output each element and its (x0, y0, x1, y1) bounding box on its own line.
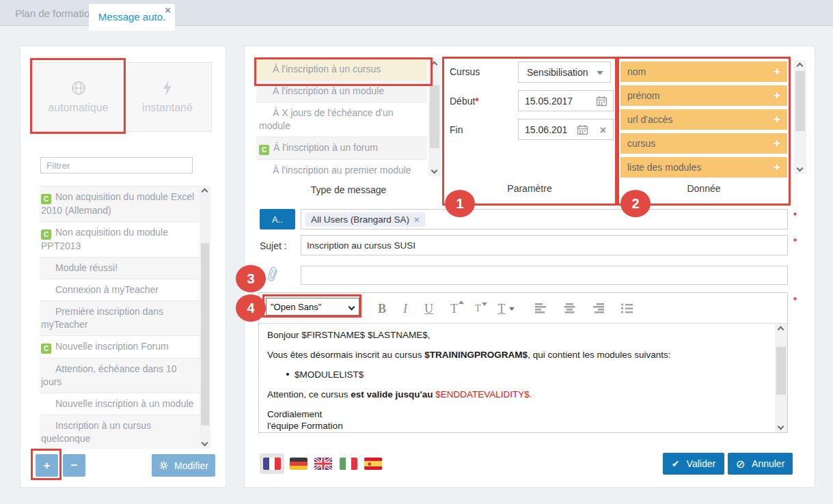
scroll-down-icon[interactable] (202, 440, 208, 447)
modify-button[interactable]: Modifier (152, 454, 215, 477)
subject-input[interactable] (305, 236, 783, 255)
data-field-nom[interactable]: nom+ (620, 61, 787, 82)
message-item-inscription-cursus-quelconque[interactable]: Inscription à un cursus quelconque (40, 415, 200, 449)
body-paragraph: Vous êtes désormais inscrit au cursus $T… (267, 349, 769, 361)
c-badge: C (41, 344, 51, 354)
recipients-button[interactable]: A.. (260, 209, 295, 229)
tab-message-auto[interactable]: Message auto. × (89, 4, 175, 31)
font-size-increase-button[interactable]: T (450, 303, 458, 315)
data-field-liste-des-modules[interactable]: liste des modules+ (620, 157, 787, 178)
clear-date-icon[interactable]: × (600, 125, 606, 136)
type-item-inscription-module[interactable]: À l'inscription à un module (256, 81, 427, 102)
cursus-select[interactable]: Sensibilisation (518, 61, 611, 83)
flag-germany-icon[interactable] (290, 458, 308, 470)
tab-label: Message auto. (89, 11, 175, 23)
flag-uk-icon[interactable] (314, 458, 332, 470)
scroll-up-icon[interactable] (797, 63, 804, 70)
message-list-scrollbar[interactable] (200, 186, 210, 449)
end-date-input[interactable]: 15.06.201 × (518, 119, 614, 140)
annotation-circle-1: 1 (445, 190, 475, 217)
calendar-icon[interactable] (577, 124, 588, 135)
add-data-icon: + (774, 137, 780, 150)
data-field-cursus[interactable]: cursus+ (620, 133, 787, 154)
caret-down-icon (482, 303, 487, 306)
scroll-up-icon[interactable] (431, 61, 438, 68)
flag-france-icon (263, 458, 281, 470)
validate-button[interactable]: ✔ Valider (663, 453, 724, 475)
annotation-circle-4: 4 (236, 294, 266, 322)
message-item-module-reussi[interactable]: Module réussi! (40, 257, 200, 279)
data-field-prenom[interactable]: prénom+ (620, 85, 787, 106)
recipients-field[interactable]: All Users (Brangard SA) × (301, 209, 788, 229)
tab-plan-de-formation[interactable]: Plan de formation (10, 0, 101, 26)
bullet-list-icon[interactable] (621, 303, 633, 313)
annotation-box-parametre: Cursus Sensibilisation Début* 15.05.2017… (442, 57, 617, 206)
editor-body[interactable]: Bonjour $FIRSTNAME$ $LASTNAME$, Vous ête… (259, 324, 787, 432)
scrollbar-thumb[interactable] (430, 85, 439, 148)
message-item-non-acquisition-excel[interactable]: CNon acquisition du module Excel 2010 (A… (40, 186, 200, 222)
data-field-url-dacces[interactable]: url d'accès+ (620, 109, 787, 130)
start-date-label: Début* (450, 96, 479, 107)
scroll-up-icon[interactable] (778, 326, 784, 333)
scroll-down-icon[interactable] (778, 423, 784, 430)
message-item-echeance-10-jours[interactable]: Attention, échéance dans 10 jours (40, 359, 200, 393)
type-item-inscription-cursus[interactable]: À l'inscription à un cursus (256, 59, 427, 81)
mode-label: automatique (48, 102, 108, 114)
start-date-input[interactable]: 15.05.2017 (518, 90, 614, 111)
caret-up-icon (459, 300, 464, 304)
cancel-button[interactable]: ⊘ Annuler (728, 453, 793, 475)
calendar-icon[interactable] (596, 96, 607, 107)
rich-text-editor: "Open Sans" B I U T T T (258, 292, 788, 433)
automatique-mode-button[interactable]: automatique (33, 62, 124, 132)
type-list-scrollbar[interactable] (428, 59, 441, 176)
annotation-circle-2: 2 (620, 190, 651, 217)
align-center-icon[interactable] (564, 303, 575, 313)
font-family-select[interactable]: "Open Sans" (266, 298, 359, 316)
data-list-scrollbar[interactable] (794, 60, 806, 174)
scrollbar-thumb[interactable] (201, 243, 209, 425)
underline-button[interactable]: U (424, 303, 433, 315)
message-item-premiere-inscription[interactable]: Première inscription dans myTeacher (40, 301, 200, 336)
caret-down-icon (509, 307, 515, 311)
paperclip-icon[interactable] (262, 264, 283, 285)
language-french-selected[interactable] (260, 453, 284, 474)
font-size-decrease-button[interactable]: T (475, 304, 481, 313)
type-item-inscription-forum[interactable]: CÀ l'inscription à un forum (256, 137, 427, 160)
chevron-down-icon (597, 71, 603, 75)
message-item-nouvelle-inscription-module[interactable]: Nouvelle inscription à un module (40, 393, 200, 415)
gear-icon (159, 460, 169, 471)
remove-recipient-icon[interactable]: × (414, 214, 420, 225)
scroll-up-icon[interactable] (202, 188, 208, 195)
message-item-nouvelle-inscription-forum[interactable]: CNouvelle inscription Forum (40, 336, 200, 359)
lightning-icon (162, 80, 173, 96)
align-right-icon[interactable] (592, 303, 604, 313)
filter-input[interactable] (40, 157, 193, 173)
add-message-button[interactable]: + (36, 454, 58, 477)
message-item-connexion-myteacher[interactable]: Connexion à myTeacher (40, 279, 200, 301)
scrollbar-thumb[interactable] (776, 347, 786, 395)
type-item-x-jours-echeance[interactable]: À X jours de l'échéance d'un module (256, 102, 427, 137)
c-badge: C (259, 145, 269, 155)
attachment-input[interactable] (305, 266, 783, 284)
bullet-dot (286, 373, 289, 376)
message-editor-panel: À l'inscription à un cursus À l'inscript… (245, 46, 815, 487)
message-type-list: À l'inscription à un cursus À l'inscript… (256, 59, 427, 176)
align-left-icon[interactable] (535, 303, 547, 313)
close-tab-icon[interactable]: × (165, 4, 171, 16)
editor-scrollbar[interactable] (775, 324, 787, 432)
flag-italy-icon[interactable] (340, 458, 357, 470)
scrollbar-thumb[interactable] (795, 71, 805, 131)
bold-button[interactable]: B (378, 303, 386, 315)
flag-spain-icon[interactable] (364, 458, 382, 470)
message-item-non-acquisition-ppt2013[interactable]: CNon acquisition du module PPT2013 (40, 222, 200, 257)
scroll-down-icon[interactable] (797, 165, 804, 172)
prohibition-icon: ⊘ (736, 458, 745, 471)
type-list-caption: Type de message (256, 184, 441, 195)
scroll-down-icon[interactable] (431, 167, 438, 174)
type-item-inscription-premier-module[interactable]: À l'inscription au premier module (256, 160, 427, 176)
remove-message-button[interactable]: − (63, 454, 85, 477)
italic-button[interactable]: I (403, 303, 407, 315)
add-data-icon: + (774, 113, 780, 126)
instantane-mode-button[interactable]: instantané (123, 62, 212, 132)
font-color-button[interactable]: T (498, 303, 506, 315)
